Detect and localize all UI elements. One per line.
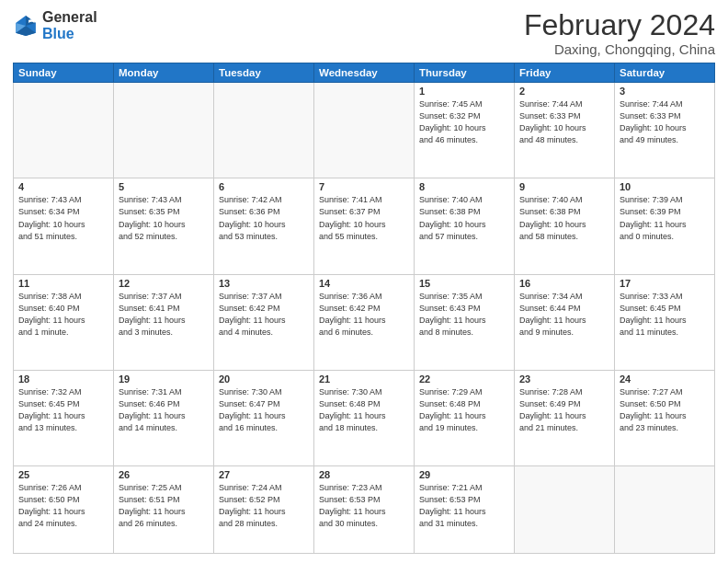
table-row [314,83,415,178]
table-row: 24Sunrise: 7:27 AM Sunset: 6:50 PM Dayli… [615,370,715,465]
day-number: 22 [419,373,509,385]
day-info: Sunrise: 7:23 AM Sunset: 6:53 PM Dayligh… [319,482,409,530]
day-number: 4 [18,181,108,192]
table-row: 21Sunrise: 7:30 AM Sunset: 6:48 PM Dayli… [314,370,415,465]
day-info: Sunrise: 7:28 AM Sunset: 6:49 PM Dayligh… [519,386,609,434]
table-row [114,83,214,178]
calendar-table: Sunday Monday Tuesday Wednesday Thursday… [13,63,715,554]
table-row [214,83,314,178]
day-number: 20 [219,373,309,385]
table-row: 7Sunrise: 7:41 AM Sunset: 6:37 PM Daylig… [314,178,415,274]
table-row: 28Sunrise: 7:23 AM Sunset: 6:53 PM Dayli… [314,466,415,554]
table-row: 8Sunrise: 7:40 AM Sunset: 6:38 PM Daylig… [415,178,515,274]
day-info: Sunrise: 7:32 AM Sunset: 6:45 PM Dayligh… [18,386,108,434]
header-tuesday: Tuesday [214,63,314,83]
day-info: Sunrise: 7:30 AM Sunset: 6:48 PM Dayligh… [319,386,409,434]
day-info: Sunrise: 7:44 AM Sunset: 6:33 PM Dayligh… [620,98,710,146]
table-row: 5Sunrise: 7:43 AM Sunset: 6:35 PM Daylig… [114,178,214,274]
day-number: 15 [419,278,509,289]
header: General Blue February 2024 Daxing, Chong… [13,9,715,57]
day-number: 23 [519,373,609,385]
day-info: Sunrise: 7:29 AM Sunset: 6:48 PM Dayligh… [419,386,509,434]
table-row: 11Sunrise: 7:38 AM Sunset: 6:40 PM Dayli… [14,274,114,370]
logo-general: General [42,9,97,26]
day-number: 18 [18,373,108,385]
location-title: Daxing, Chongqing, China [524,41,715,57]
logo: General Blue [13,9,97,41]
day-info: Sunrise: 7:26 AM Sunset: 6:50 PM Dayligh… [18,482,108,530]
day-number: 1 [419,86,509,97]
day-info: Sunrise: 7:37 AM Sunset: 6:41 PM Dayligh… [119,291,209,339]
table-row [615,466,715,554]
day-number: 14 [319,278,409,289]
day-number: 5 [119,181,209,192]
day-number: 25 [18,469,108,480]
day-number: 27 [219,469,309,480]
day-number: 21 [319,373,409,385]
day-number: 24 [620,373,710,385]
table-row: 25Sunrise: 7:26 AM Sunset: 6:50 PM Dayli… [14,466,114,554]
day-number: 10 [620,181,710,192]
day-number: 28 [319,469,409,480]
header-thursday: Thursday [415,63,515,83]
table-row: 18Sunrise: 7:32 AM Sunset: 6:45 PM Dayli… [14,370,114,465]
day-info: Sunrise: 7:25 AM Sunset: 6:51 PM Dayligh… [119,482,209,530]
day-info: Sunrise: 7:39 AM Sunset: 6:39 PM Dayligh… [620,194,710,242]
header-sunday: Sunday [14,63,114,83]
calendar-header-row: Sunday Monday Tuesday Wednesday Thursday… [14,63,715,83]
day-number: 3 [620,86,710,97]
table-row: 9Sunrise: 7:40 AM Sunset: 6:38 PM Daylig… [515,178,615,274]
day-number: 19 [119,373,209,385]
day-info: Sunrise: 7:40 AM Sunset: 6:38 PM Dayligh… [519,194,609,242]
day-info: Sunrise: 7:35 AM Sunset: 6:43 PM Dayligh… [419,291,509,339]
day-info: Sunrise: 7:36 AM Sunset: 6:42 PM Dayligh… [319,291,409,339]
day-info: Sunrise: 7:43 AM Sunset: 6:35 PM Dayligh… [119,194,209,242]
day-info: Sunrise: 7:40 AM Sunset: 6:38 PM Dayligh… [419,194,509,242]
day-info: Sunrise: 7:37 AM Sunset: 6:42 PM Dayligh… [219,291,309,339]
table-row: 1Sunrise: 7:45 AM Sunset: 6:32 PM Daylig… [415,83,515,178]
day-info: Sunrise: 7:34 AM Sunset: 6:44 PM Dayligh… [519,291,609,339]
day-info: Sunrise: 7:44 AM Sunset: 6:33 PM Dayligh… [519,98,609,146]
day-info: Sunrise: 7:31 AM Sunset: 6:46 PM Dayligh… [119,386,209,434]
table-row: 12Sunrise: 7:37 AM Sunset: 6:41 PM Dayli… [114,274,214,370]
day-number: 12 [119,278,209,289]
day-info: Sunrise: 7:43 AM Sunset: 6:34 PM Dayligh… [18,194,108,242]
header-friday: Friday [515,63,615,83]
table-row: 13Sunrise: 7:37 AM Sunset: 6:42 PM Dayli… [214,274,314,370]
table-row [14,83,114,178]
table-row: 29Sunrise: 7:21 AM Sunset: 6:53 PM Dayli… [415,466,515,554]
table-row: 6Sunrise: 7:42 AM Sunset: 6:36 PM Daylig… [214,178,314,274]
day-info: Sunrise: 7:27 AM Sunset: 6:50 PM Dayligh… [620,386,710,434]
day-number: 8 [419,181,509,192]
day-number: 29 [419,469,509,480]
title-area: February 2024 Daxing, Chongqing, China [524,9,715,57]
day-info: Sunrise: 7:41 AM Sunset: 6:37 PM Dayligh… [319,194,409,242]
day-number: 13 [219,278,309,289]
header-wednesday: Wednesday [314,63,415,83]
day-info: Sunrise: 7:45 AM Sunset: 6:32 PM Dayligh… [419,98,509,146]
table-row: 19Sunrise: 7:31 AM Sunset: 6:46 PM Dayli… [114,370,214,465]
table-row: 23Sunrise: 7:28 AM Sunset: 6:49 PM Dayli… [515,370,615,465]
day-info: Sunrise: 7:30 AM Sunset: 6:47 PM Dayligh… [219,386,309,434]
day-info: Sunrise: 7:42 AM Sunset: 6:36 PM Dayligh… [219,194,309,242]
logo-blue: Blue [42,26,97,42]
day-number: 11 [18,278,108,289]
header-monday: Monday [114,63,214,83]
day-number: 26 [119,469,209,480]
table-row: 20Sunrise: 7:30 AM Sunset: 6:47 PM Dayli… [214,370,314,465]
table-row: 17Sunrise: 7:33 AM Sunset: 6:45 PM Dayli… [615,274,715,370]
day-number: 9 [519,181,609,192]
logo-icon [13,13,39,39]
table-row: 27Sunrise: 7:24 AM Sunset: 6:52 PM Dayli… [214,466,314,554]
day-info: Sunrise: 7:21 AM Sunset: 6:53 PM Dayligh… [419,482,509,530]
table-row: 4Sunrise: 7:43 AM Sunset: 6:34 PM Daylig… [14,178,114,274]
day-number: 6 [219,181,309,192]
header-saturday: Saturday [615,63,715,83]
month-title: February 2024 [524,9,715,41]
table-row: 10Sunrise: 7:39 AM Sunset: 6:39 PM Dayli… [615,178,715,274]
day-info: Sunrise: 7:38 AM Sunset: 6:40 PM Dayligh… [18,291,108,339]
day-number: 16 [519,278,609,289]
table-row: 14Sunrise: 7:36 AM Sunset: 6:42 PM Dayli… [314,274,415,370]
table-row: 15Sunrise: 7:35 AM Sunset: 6:43 PM Dayli… [415,274,515,370]
day-info: Sunrise: 7:24 AM Sunset: 6:52 PM Dayligh… [219,482,309,530]
